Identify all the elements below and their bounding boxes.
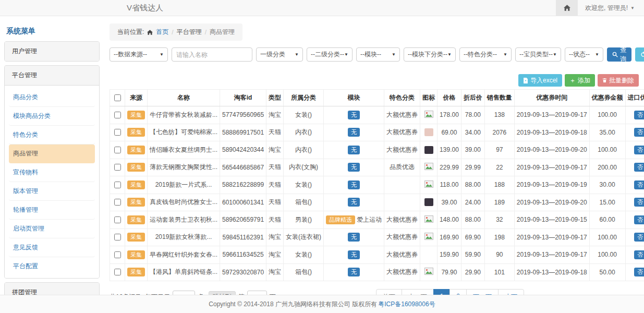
- reset-button[interactable]: 重置: [635, 47, 644, 62]
- source-badge: 采集: [127, 146, 145, 154]
- import-select-toggle[interactable]: 否: [634, 146, 644, 154]
- row-checkbox[interactable]: [114, 216, 121, 223]
- import-select-toggle[interactable]: 否: [634, 250, 644, 259]
- filter-select[interactable]: --数据来源--▼: [110, 47, 168, 62]
- page-button[interactable]: 上一页: [402, 289, 434, 295]
- jump-button[interactable]: 跳转到: [209, 291, 236, 295]
- page-button[interactable]: 下一页: [466, 289, 499, 295]
- coupon-time: 2019-09-13—2019-09-18: [514, 263, 589, 281]
- filter-select-label: --特色分类--: [464, 50, 497, 59]
- sidebar-subitem[interactable]: 平台配置: [9, 257, 95, 275]
- breadcrumb-home-link[interactable]: 首页: [156, 28, 168, 37]
- icp-link[interactable]: 粤ICP备16098006号: [378, 300, 435, 309]
- page-button[interactable]: 1: [433, 289, 451, 295]
- sales-count: 2076: [484, 124, 514, 141]
- row-checkbox[interactable]: [114, 164, 121, 171]
- module-badge[interactable]: 无: [348, 268, 360, 276]
- filter-select[interactable]: --模块下分类--▼: [404, 47, 456, 62]
- sidebar-subitem[interactable]: 轮播管理: [9, 201, 95, 220]
- product-thumbnail: [424, 146, 433, 154]
- taoke-id: 597293020870: [220, 263, 266, 281]
- filter-select-label: --宝贝类型--: [519, 50, 553, 59]
- chevron-down-icon: ▼: [595, 52, 599, 57]
- sidebar-subitem[interactable]: 意见反馈: [9, 238, 95, 257]
- sidebar-subitem[interactable]: 商品分类: [9, 88, 95, 107]
- module-badge[interactable]: 无: [348, 146, 360, 154]
- discount-price: 88.00: [461, 176, 484, 194]
- product-type: 淘宝: [266, 263, 284, 281]
- select-all-checkbox[interactable]: [114, 94, 121, 101]
- row-checkbox[interactable]: [114, 269, 121, 275]
- image-placeholder-icon: [424, 233, 433, 240]
- price: 39.00: [438, 194, 461, 211]
- row-checkbox[interactable]: [114, 251, 121, 258]
- sidebar-subitem[interactable]: 宣传物料: [9, 163, 95, 182]
- search-icon: [612, 52, 618, 57]
- filter-select-label: --数据来源--: [114, 50, 147, 59]
- page-button[interactable]: 末页: [498, 289, 524, 295]
- per-page-select[interactable]: 10 ▼: [173, 291, 195, 295]
- import-select-toggle[interactable]: 否: [634, 233, 644, 242]
- chevron-down-icon: ▼: [630, 6, 635, 10]
- sidebar-panel-heading[interactable]: 用户管理: [5, 42, 99, 61]
- sales-count: 90: [484, 246, 514, 264]
- module-badge[interactable]: 无: [348, 128, 360, 137]
- filter-select[interactable]: --二级分类--▼: [307, 47, 353, 62]
- module-badge[interactable]: 无: [348, 111, 360, 119]
- page-buttons: 首页上一页12下一页末页: [376, 289, 524, 295]
- sidebar-subitem[interactable]: 特色分类: [9, 126, 95, 145]
- products-table-body: 采集牛仔背带裤女秋装减龄...577479560965淘宝女装()无大额优惠券1…: [110, 106, 644, 281]
- import-select-toggle[interactable]: 否: [634, 128, 644, 137]
- row-checkbox[interactable]: [114, 147, 121, 153]
- row-checkbox[interactable]: [114, 199, 121, 206]
- chevron-down-icon: ▼: [553, 52, 557, 57]
- feature-category: 品质优选: [384, 159, 420, 176]
- filter-select[interactable]: --特色分类--▼: [459, 47, 512, 62]
- coupon-amount: 100.00: [589, 106, 625, 124]
- import-excel-button[interactable]: 导入excel: [518, 74, 562, 87]
- import-select-toggle[interactable]: 否: [634, 163, 644, 172]
- row-checkbox[interactable]: [114, 182, 121, 188]
- import-select-toggle[interactable]: 否: [634, 180, 644, 189]
- sidebar-subitem[interactable]: 启动页管理: [9, 220, 95, 238]
- filter-select[interactable]: --状态--▼: [565, 47, 603, 62]
- icon-cell: [420, 194, 438, 211]
- module-badge[interactable]: 无: [348, 250, 360, 259]
- sidebar-subitem[interactable]: 商品管理: [9, 145, 95, 163]
- row-checkbox[interactable]: [114, 112, 121, 118]
- sidebar-subitem[interactable]: 版本管理: [9, 182, 95, 201]
- name-search-input[interactable]: [172, 47, 252, 62]
- home-nav-button[interactable]: [556, 0, 578, 16]
- import-select-toggle[interactable]: 否: [634, 268, 644, 276]
- filter-select[interactable]: 一级分类▼: [256, 47, 303, 62]
- row-checkbox[interactable]: [114, 129, 121, 136]
- import-select-toggle[interactable]: 否: [634, 111, 644, 119]
- sidebar-panel-heading[interactable]: 平台管理: [5, 66, 99, 85]
- module-badge[interactable]: 无: [348, 233, 360, 242]
- source-badge: 采集: [127, 198, 145, 207]
- row-checkbox[interactable]: [114, 234, 121, 240]
- sidebar-subitem[interactable]: 模块商品分类: [9, 107, 95, 126]
- module-cell: 品牌精选爱上运动: [324, 211, 384, 229]
- batch-delete-button[interactable]: 批量删除: [598, 74, 639, 87]
- module-badge[interactable]: 无: [348, 198, 360, 207]
- import-select-toggle[interactable]: 否: [634, 198, 644, 207]
- query-button[interactable]: 查询: [607, 47, 631, 62]
- jump-page-input[interactable]: [247, 291, 267, 295]
- module-badge[interactable]: 无: [348, 180, 360, 189]
- query-button-label: 查询: [620, 46, 626, 64]
- filter-select[interactable]: --模块--▼: [356, 47, 400, 62]
- module-badge[interactable]: 品牌精选: [326, 215, 355, 224]
- add-button[interactable]: ＋ 添加: [565, 74, 595, 87]
- filter-select-label: 一级分类: [260, 50, 285, 59]
- sidebar-panel-heading[interactable]: 拼团管理: [5, 283, 99, 295]
- product-thumbnail: [424, 198, 433, 206]
- page-button[interactable]: 首页: [376, 289, 402, 295]
- user-menu[interactable]: 欢迎您, 管理员! ▼: [578, 4, 644, 13]
- row-checkbox-cell: [110, 211, 125, 229]
- filter-select[interactable]: --宝贝类型--▼: [515, 47, 561, 62]
- module-badge[interactable]: 无: [348, 163, 360, 172]
- import-select-toggle[interactable]: 否: [634, 215, 644, 224]
- table-row: 采集【七色纺】可爱纯棉家...588869917501天猫内衣()无大额优惠券6…: [110, 124, 644, 141]
- page-button[interactable]: 2: [449, 289, 467, 295]
